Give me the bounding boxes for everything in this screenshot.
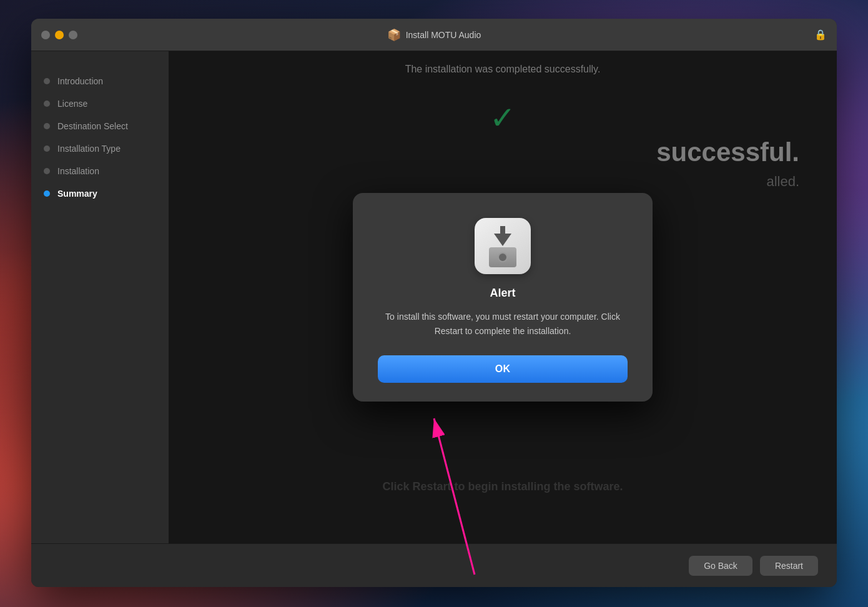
sidebar-label-summary: Summary [57,189,97,199]
sidebar-label-introduction: Introduction [57,76,103,86]
maximize-button[interactable] [69,31,77,39]
title-icon: 📦 [387,28,401,42]
window-title-area: 📦 Install MOTU Audio [387,28,481,42]
main-content: The installation was completed successfu… [169,51,837,543]
installer-icon-inner [489,225,516,267]
sidebar-item-installation-type[interactable]: Installation Type [31,137,169,160]
close-button[interactable] [41,31,50,39]
bottom-bar: Go Back Restart [31,543,837,587]
disk-icon [489,247,516,267]
sidebar-item-license[interactable]: License [31,92,169,115]
sidebar-dot-destination [44,123,50,129]
go-back-button[interactable]: Go Back [689,556,752,576]
dialog-overlay: Alert To install this software, you must… [169,51,837,543]
installer-window: 📦 Install MOTU Audio 🔒 Introduction Lice… [31,19,837,587]
arrow-shaft [500,226,505,235]
sidebar-dot-installation [44,168,50,174]
sidebar-label-installation: Installation [57,166,99,176]
alert-title: Alert [490,287,515,300]
alert-dialog: Alert To install this software, you must… [353,193,653,402]
installer-icon-bg [475,218,531,274]
minimize-button[interactable] [55,31,64,39]
content-area: Introduction License Destination Select … [31,51,837,543]
sidebar: Introduction License Destination Select … [31,51,169,543]
sidebar-item-introduction[interactable]: Introduction [31,70,169,92]
sidebar-dot-installation-type [44,146,50,152]
title-bar: 📦 Install MOTU Audio 🔒 [31,19,837,51]
arrow-down [494,234,511,246]
window-title: Install MOTU Audio [406,30,481,40]
sidebar-item-destination[interactable]: Destination Select [31,115,169,137]
restart-button[interactable]: Restart [760,556,818,576]
sidebar-dot-summary [44,190,50,197]
alert-icon [475,218,531,274]
sidebar-item-summary[interactable]: Summary [31,182,169,205]
sidebar-label-destination: Destination Select [57,121,128,131]
lock-icon: 🔒 [814,29,827,41]
ok-button[interactable]: OK [378,355,628,383]
traffic-lights [41,31,77,39]
sidebar-label-installation-type: Installation Type [57,144,121,154]
sidebar-dot-introduction [44,78,50,84]
sidebar-item-installation[interactable]: Installation [31,160,169,182]
sidebar-label-license: License [57,99,87,109]
sidebar-dot-license [44,101,50,107]
alert-message: To install this software, you must resta… [378,310,628,338]
